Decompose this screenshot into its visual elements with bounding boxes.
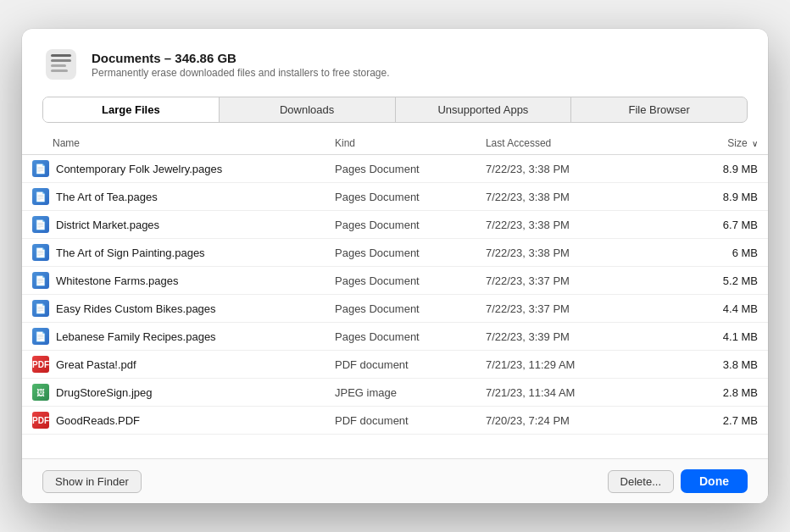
cell-size: 4.1 MB [670, 323, 768, 351]
cell-size: 5.2 MB [670, 267, 768, 295]
file-icon: 📄 [32, 244, 49, 261]
col-header-size[interactable]: Size ∨ [670, 133, 768, 155]
file-name-text: Whitestone Farms.pages [56, 274, 179, 287]
col-header-kind[interactable]: Kind [325, 133, 476, 155]
cell-name: 📄Contemporary Folk Jewelry.pages [22, 155, 325, 182]
tab-unsupported-apps[interactable]: Unsupported Apps [396, 97, 572, 122]
svg-rect-3 [51, 64, 66, 67]
cell-kind: Pages Document [325, 211, 476, 239]
file-icon: 📄 [32, 188, 49, 205]
cell-name: 📄The Art of Tea.pages [22, 183, 325, 210]
cell-size: 8.9 MB [670, 155, 768, 183]
table-row[interactable]: 📄Easy Rides Custom Bikes.pagesPages Docu… [22, 295, 768, 323]
file-name-text: District Market.pages [56, 219, 159, 231]
tab-downloads[interactable]: Downloads [220, 97, 396, 122]
table-row[interactable]: PDFGreat Pasta!.pdfPDF document7/21/23, … [22, 351, 768, 379]
cell-accessed: 7/20/23, 7:24 PM [476, 407, 670, 435]
cell-size: 2.8 MB [670, 379, 768, 407]
cell-name: 📄Easy Rides Custom Bikes.pages [22, 295, 325, 322]
file-name-text: Lebanese Family Recipes.pages [56, 330, 216, 343]
cell-accessed: 7/21/23, 11:29 AM [476, 351, 670, 379]
cell-name: 📄Whitestone Farms.pages [22, 267, 325, 294]
file-table: Name Kind Last Accessed Size ∨ 📄Contempo… [22, 133, 768, 435]
cell-name: 🖼DrugStoreSign.jpeg [22, 379, 325, 406]
delete-button[interactable]: Delete... [608, 470, 674, 493]
file-icon: 📄 [32, 216, 49, 233]
file-name-text: The Art of Tea.pages [56, 191, 158, 203]
cell-accessed: 7/22/23, 3:38 PM [476, 155, 670, 183]
file-name-text: The Art of Sign Painting.pages [56, 247, 205, 259]
cell-size: 2.7 MB [670, 407, 768, 435]
file-icon: 📄 [32, 272, 49, 289]
cell-kind: Pages Document [325, 183, 476, 211]
cell-name: 📄Lebanese Family Recipes.pages [22, 323, 325, 350]
file-icon: 📄 [32, 160, 49, 177]
table-header-row: Name Kind Last Accessed Size ∨ [22, 133, 768, 155]
file-name-text: Contemporary Folk Jewelry.pages [56, 163, 222, 175]
table-row[interactable]: PDFGoodReads.PDFPDF document7/20/23, 7:2… [22, 407, 768, 435]
col-header-name[interactable]: Name [22, 133, 325, 155]
cell-name: 📄The Art of Sign Painting.pages [22, 239, 325, 266]
tab-large-files[interactable]: Large Files [43, 97, 220, 122]
file-icon: 📄 [32, 300, 49, 317]
svg-rect-4 [51, 69, 68, 72]
footer: Show in Finder Delete... Done [22, 458, 768, 503]
cell-size: 3.8 MB [670, 351, 768, 379]
file-name-text: GoodReads.PDF [56, 414, 140, 427]
cell-kind: PDF document [325, 407, 476, 435]
cell-size: 6.7 MB [670, 211, 768, 239]
footer-right: Delete... Done [608, 469, 748, 493]
table-row[interactable]: 📄District Market.pagesPages Document7/22… [22, 211, 768, 239]
cell-accessed: 7/22/23, 3:37 PM [476, 267, 670, 295]
header-title: Documents – 346.86 GB [92, 51, 390, 65]
table-row[interactable]: 📄The Art of Tea.pagesPages Document7/22/… [22, 183, 768, 211]
cell-kind: Pages Document [325, 239, 476, 267]
svg-rect-1 [51, 54, 71, 57]
cell-accessed: 7/22/23, 3:37 PM [476, 295, 670, 323]
cell-accessed: 7/22/23, 3:38 PM [476, 183, 670, 211]
cell-kind: Pages Document [325, 295, 476, 323]
cell-name: PDFGoodReads.PDF [22, 407, 325, 434]
header-subtitle: Permanently erase downloaded files and i… [92, 67, 390, 79]
cell-accessed: 7/22/23, 3:38 PM [476, 211, 670, 239]
file-icon: PDF [32, 412, 49, 429]
header: Documents – 346.86 GB Permanently erase … [22, 29, 768, 97]
show-in-finder-button[interactable]: Show in Finder [42, 470, 142, 493]
cell-name: PDFGreat Pasta!.pdf [22, 351, 325, 378]
file-icon: PDF [32, 356, 49, 373]
table-body: 📄Contemporary Folk Jewelry.pagesPages Do… [22, 155, 768, 435]
file-name-text: Great Pasta!.pdf [56, 358, 136, 371]
cell-size: 6 MB [670, 239, 768, 267]
cell-kind: Pages Document [325, 267, 476, 295]
cell-kind: Pages Document [325, 155, 476, 183]
cell-kind: Pages Document [325, 323, 476, 351]
file-icon: 📄 [32, 328, 49, 345]
col-header-accessed[interactable]: Last Accessed [476, 133, 670, 155]
cell-accessed: 7/21/23, 11:34 AM [476, 379, 670, 407]
cell-accessed: 7/22/23, 3:39 PM [476, 323, 670, 351]
file-name-text: Easy Rides Custom Bikes.pages [56, 302, 216, 315]
tab-file-browser[interactable]: File Browser [571, 97, 747, 122]
cell-accessed: 7/22/23, 3:38 PM [476, 239, 670, 267]
cell-kind: PDF document [325, 351, 476, 379]
svg-rect-2 [51, 59, 71, 62]
documents-icon [42, 46, 80, 83]
sort-indicator: ∨ [752, 139, 758, 148]
file-name-text: DrugStoreSign.jpeg [56, 386, 152, 399]
footer-left: Show in Finder [42, 470, 142, 493]
done-button[interactable]: Done [681, 469, 748, 493]
table-row[interactable]: 🖼DrugStoreSign.jpegJPEG image7/21/23, 11… [22, 379, 768, 407]
cell-name: 📄District Market.pages [22, 211, 325, 238]
table-row[interactable]: 📄Lebanese Family Recipes.pagesPages Docu… [22, 323, 768, 351]
cell-size: 8.9 MB [670, 183, 768, 211]
cell-size: 4.4 MB [670, 295, 768, 323]
table-row[interactable]: 📄Contemporary Folk Jewelry.pagesPages Do… [22, 155, 768, 183]
table-row[interactable]: 📄Whitestone Farms.pagesPages Document7/2… [22, 267, 768, 295]
file-table-container: Name Kind Last Accessed Size ∨ 📄Contempo… [22, 133, 768, 458]
header-text: Documents – 346.86 GB Permanently erase … [92, 51, 390, 79]
cell-kind: JPEG image [325, 379, 476, 407]
main-dialog: Documents – 346.86 GB Permanently erase … [22, 29, 768, 503]
tab-bar: Large Files Downloads Unsupported Apps F… [42, 97, 748, 123]
table-row[interactable]: 📄The Art of Sign Painting.pagesPages Doc… [22, 239, 768, 267]
file-icon: 🖼 [32, 384, 49, 401]
